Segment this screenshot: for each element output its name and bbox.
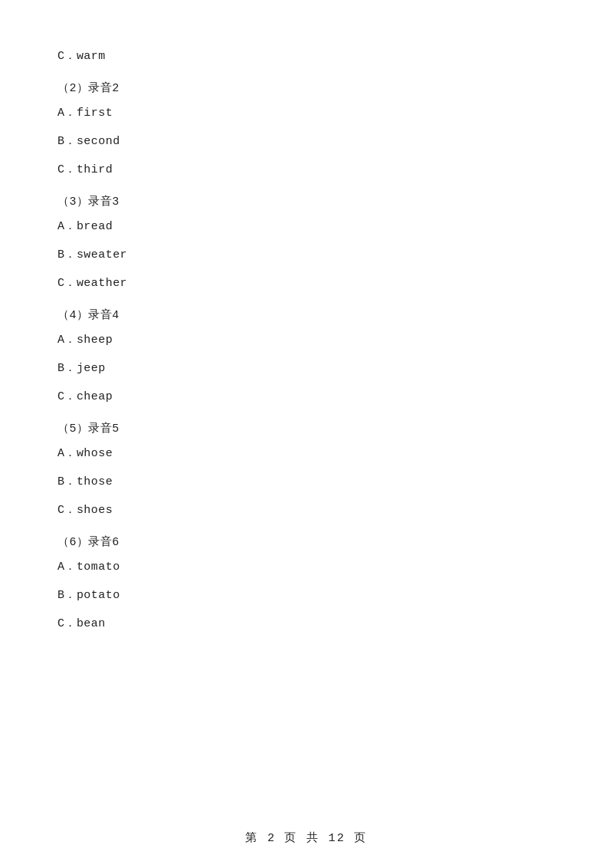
option-item: A．first xyxy=(57,103,556,123)
option-item: C．cheap xyxy=(57,386,556,407)
section-header: （6）录音6 xyxy=(57,534,556,549)
option-item: B．sweater xyxy=(57,245,556,265)
section-header: （5）录音5 xyxy=(57,421,556,436)
option-item: B．those xyxy=(57,472,556,492)
option-item: C．warm xyxy=(57,46,556,67)
option-item: A．sheep xyxy=(57,330,556,350)
footer-text: 第 2 页 共 12 页 xyxy=(245,832,367,845)
page-content: C．warm（2）录音2A．firstB．secondC．third（3）录音3… xyxy=(0,0,613,688)
option-item: C．bean xyxy=(57,613,556,634)
option-item: B．jeep xyxy=(57,358,556,379)
section-header: （2）录音2 xyxy=(57,81,556,95)
option-item: C．third xyxy=(57,159,556,180)
section-header: （3）录音3 xyxy=(57,194,556,209)
option-item: C．weather xyxy=(57,273,556,294)
section-header: （4）录音4 xyxy=(57,307,556,322)
option-item: A．tomato xyxy=(57,557,556,577)
option-item: A．whose xyxy=(57,443,556,464)
option-item: A．bread xyxy=(57,216,556,237)
option-item: B．potato xyxy=(57,585,556,606)
page-footer: 第 2 页 共 12 页 xyxy=(0,830,613,845)
option-item: B．second xyxy=(57,131,556,152)
option-item: C．shoes xyxy=(57,500,556,521)
